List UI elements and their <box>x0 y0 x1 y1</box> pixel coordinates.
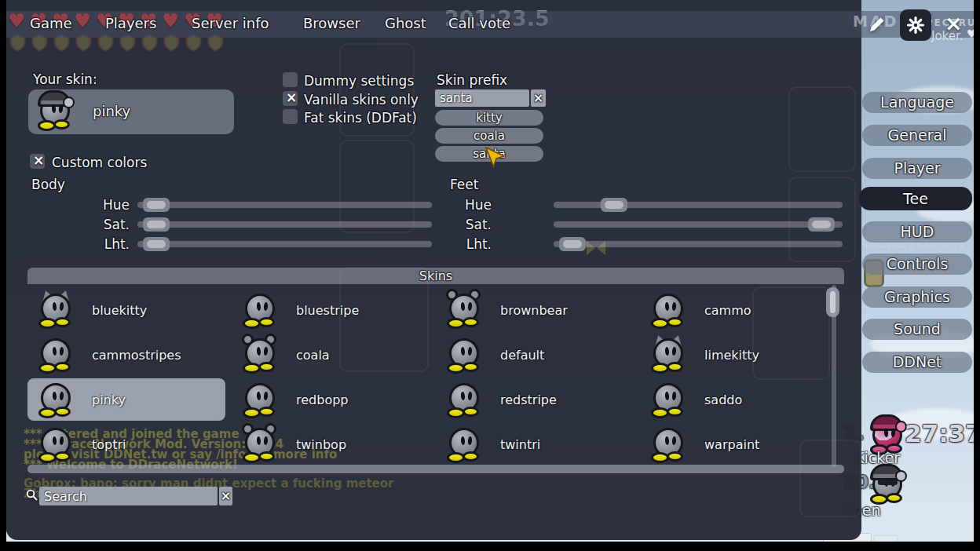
tee-avatar <box>243 426 279 462</box>
feet-section-label: Feet <box>450 177 478 192</box>
body-sat-label: Sat. <box>78 217 130 232</box>
menu-tab-game[interactable]: Game <box>30 15 72 31</box>
feet-lht-slider[interactable] <box>554 241 843 247</box>
skin-cell-redstripe[interactable]: redstripe <box>436 378 634 421</box>
skin-name: twinbop <box>296 437 346 452</box>
screen: Kickerdeen 1. 27:37 Kicker 20. deen 201:… <box>0 0 980 551</box>
selected-skin-name: pinky <box>93 103 130 119</box>
skin-cell-twinbop[interactable]: twinbop <box>232 423 430 465</box>
heart-icon: ♥ <box>74 9 96 32</box>
close-icon[interactable]: × <box>945 11 963 35</box>
skins-grid: bluekittybluestripebrownbearcammocammost… <box>27 289 844 468</box>
skin-name: default <box>500 348 544 363</box>
heart-icon: ♥ <box>8 9 30 32</box>
skin-cell-twintri[interactable]: twintri <box>436 423 634 465</box>
horizontal-scrollbar[interactable] <box>27 465 844 473</box>
custom-colors-checkbox[interactable] <box>30 154 45 169</box>
menu-tab-call-vote[interactable]: Call vote <box>448 15 510 31</box>
tee-avatar <box>243 381 279 418</box>
skin-cell-coala[interactable]: coala <box>232 334 430 376</box>
skin-cell-redbopp[interactable]: redbopp <box>232 378 430 421</box>
skin-name: warpaint <box>704 437 759 452</box>
edit-pencil-icon[interactable] <box>867 16 886 35</box>
search-input[interactable] <box>39 487 218 505</box>
settings-tab-general[interactable]: General <box>862 125 972 146</box>
body-section-label: Body <box>31 177 65 192</box>
slider-handle[interactable] <box>559 237 586 251</box>
menu-tab-players[interactable]: Players <box>105 15 156 31</box>
frame-left <box>0 0 6 551</box>
settings-tab-language[interactable]: Language <box>862 92 972 113</box>
vanilla-skins-checkbox[interactable] <box>283 91 298 106</box>
skin-cell-toptri[interactable]: toptri <box>27 423 225 465</box>
menu-tab-ghost[interactable]: Ghost <box>385 15 426 31</box>
fat-skins-label[interactable]: Fat skins (DDFat) <box>304 110 417 126</box>
skin-name: cammostripes <box>92 348 181 363</box>
tee-avatar <box>447 426 483 462</box>
clear-search-icon[interactable]: × <box>219 487 232 505</box>
heart-icon: ♥ <box>162 9 184 32</box>
slider-handle[interactable] <box>601 198 627 212</box>
body-lht-label: Lht. <box>78 236 130 252</box>
skin-name: redbopp <box>296 392 348 407</box>
skin-name: bluekitty <box>92 303 147 318</box>
tee-avatar <box>447 337 483 373</box>
tee-avatar <box>447 381 483 418</box>
slider-handle[interactable] <box>143 237 170 251</box>
body-sat-slider[interactable] <box>137 221 432 228</box>
frame-bottom <box>0 542 980 551</box>
skin-cell-warpaint[interactable]: warpaint <box>640 423 838 465</box>
your-skin-label: Your skin: <box>33 71 97 87</box>
prefix-suggestion-kitty[interactable]: kitty <box>435 110 543 126</box>
slider-handle[interactable] <box>143 217 170 232</box>
feet-sat-label: Sat. <box>440 217 492 232</box>
vertical-scrollbar-handle[interactable] <box>826 287 839 317</box>
skin-prefix-input[interactable] <box>435 89 529 107</box>
clear-prefix-icon[interactable]: × <box>531 89 546 107</box>
custom-colors-label[interactable]: Custom colors <box>52 155 147 170</box>
settings-tab-hud[interactable]: HUD <box>862 221 972 243</box>
tee-avatar <box>447 292 483 328</box>
fat-skins-checkbox[interactable] <box>283 109 298 124</box>
search-icon <box>26 489 38 502</box>
skin-cell-cammostripes[interactable]: cammostripes <box>27 334 225 376</box>
prefix-suggestion-coala[interactable]: coala <box>435 128 543 144</box>
skin-cell-bluestripe[interactable]: bluestripe <box>232 289 430 331</box>
dummy-settings-checkbox[interactable] <box>283 72 298 87</box>
settings-gear-button[interactable] <box>900 9 931 41</box>
skin-cell-pinky[interactable]: pinky <box>27 378 225 421</box>
skin-cell-saddo[interactable]: saddo <box>640 378 838 421</box>
body-lht-slider[interactable] <box>137 241 432 247</box>
tee-avatar <box>651 381 687 418</box>
dummy-settings-label[interactable]: Dummy settings <box>304 73 414 89</box>
tee-avatar <box>38 381 75 418</box>
body-hue-slider[interactable] <box>137 202 432 208</box>
tee-avatar <box>38 292 75 328</box>
skin-name: redstripe <box>500 392 557 407</box>
settings-tab-tee[interactable]: Tee <box>859 187 972 210</box>
feet-sat-slider[interactable] <box>554 221 843 228</box>
tee-avatar <box>651 426 687 462</box>
menu-tab-browser[interactable]: Browser <box>303 15 360 31</box>
best-time-first: 27:37 <box>905 419 980 447</box>
settings-tab-sound[interactable]: Sound <box>862 319 972 340</box>
settings-tab-ddnet[interactable]: DDNet <box>862 352 972 373</box>
skin-preview-box[interactable]: pinky <box>28 89 234 134</box>
slider-handle[interactable] <box>808 217 835 232</box>
skin-cell-default[interactable]: default <box>436 334 634 376</box>
skin-cell-bluekitty[interactable]: bluekitty <box>27 289 225 331</box>
settings-tab-graphics[interactable]: Graphics <box>862 286 972 308</box>
skin-name: limekitty <box>704 348 759 363</box>
settings-tab-controls[interactable]: Controls <box>862 254 972 275</box>
skin-cell-limekitty[interactable]: limekitty <box>640 334 838 376</box>
skin-cell-brownbear[interactable]: brownbear <box>436 289 634 331</box>
mouse-cursor-icon <box>484 146 504 168</box>
feet-hue-slider[interactable] <box>554 202 843 208</box>
skin-name: twintri <box>500 437 540 452</box>
slider-handle[interactable] <box>143 198 170 212</box>
menu-tab-server-info[interactable]: Server info <box>192 15 269 31</box>
skin-cell-cammo[interactable]: cammo <box>640 289 838 331</box>
settings-tab-player[interactable]: Player <box>862 158 972 179</box>
vanilla-skins-label[interactable]: Vanilla skins only <box>304 92 419 108</box>
frame-right <box>974 0 980 551</box>
